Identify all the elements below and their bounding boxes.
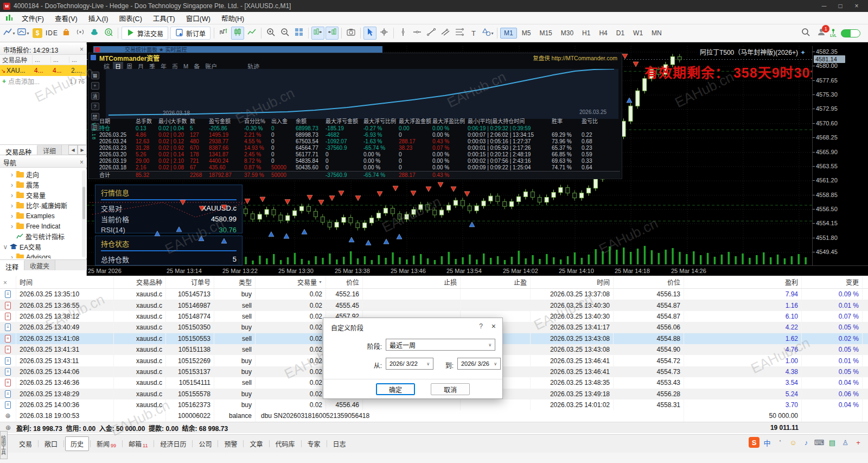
bottom-tab-专家[interactable]: 专家 — [303, 437, 326, 451]
navigator-item-1[interactable]: ›震荡 — [0, 180, 87, 190]
expander-icon[interactable]: › — [9, 223, 15, 230]
navigator-item-0[interactable]: ›走向 — [0, 169, 87, 180]
bottom-tab-新闻[interactable]: 新闻99 — [92, 437, 121, 451]
sort-filter-icon[interactable]: ▼ — [318, 280, 322, 284]
toolbox-icon[interactable]: + — [853, 437, 864, 448]
bottom-tab-公司[interactable]: 公司 — [194, 437, 216, 451]
tile-windows-button[interactable] — [292, 27, 305, 40]
bottom-tab-交易[interactable]: 交易 — [14, 437, 37, 451]
text-tool-button[interactable]: T — [467, 27, 480, 40]
timeframe-H4[interactable]: H4 — [595, 28, 611, 39]
price-axis[interactable]: 4582.354580.004577.654575.304572.954570.… — [812, 46, 868, 265]
auto-scroll-button[interactable] — [311, 27, 324, 40]
deposit-button[interactable]: $ — [31, 27, 44, 40]
ok-button[interactable]: 确定 — [376, 383, 415, 395]
tab-comments[interactable]: 注释 — [0, 260, 24, 270]
history-row[interactable]: ≡2026.03.25 13:36:55xauusd.c105146987sel… — [0, 300, 868, 310]
navigator-item-8[interactable]: ›Advisors — [0, 252, 87, 258]
history-col-8[interactable]: 时间 — [531, 276, 614, 288]
timeframe-W1[interactable]: W1 — [629, 28, 647, 39]
lvl-button[interactable]: LVL — [830, 29, 837, 38]
balance-row[interactable]: ⊕2026.03.18 19:00:53100006022balancedbu … — [0, 410, 868, 421]
maximize-button[interactable]: □ — [832, 2, 848, 10]
history-col-4[interactable]: 交易量▼ — [256, 276, 326, 288]
sogou-logo-icon[interactable]: S — [749, 437, 760, 448]
chart-type-button[interactable]: ▾ — [3, 27, 16, 40]
mtc-side-icon-0[interactable]: ▦ — [91, 72, 99, 79]
copy-trading-button[interactable] — [102, 27, 115, 40]
history-col-9[interactable]: 价位 — [614, 276, 684, 288]
shapes-button[interactable]: ▾ — [481, 27, 494, 40]
screenshot-button[interactable] — [344, 27, 358, 40]
punctuation-icon[interactable]: ’ — [775, 437, 786, 448]
crosshair-button[interactable] — [378, 27, 391, 40]
cursor-button[interactable] — [363, 27, 376, 40]
history-row[interactable]: ≡2026.03.25 14:00:36xauusd.c105162373buy… — [0, 399, 868, 410]
period-select[interactable]: 最近一周∨ — [386, 339, 495, 351]
menu-item-4[interactable]: 工具(T) — [148, 11, 181, 25]
history-col-11[interactable]: 变更 — [802, 276, 863, 288]
tab-symbols[interactable]: 交易品种 — [0, 145, 37, 155]
menu-item-2[interactable]: 插入(I) — [83, 11, 114, 25]
history-close-icon[interactable]: × — [3, 279, 7, 287]
clipboard-icon[interactable]: ▤ — [827, 437, 838, 448]
voice-input-icon[interactable]: ♪ — [801, 437, 812, 448]
zoom-out-button[interactable] — [278, 27, 291, 40]
timeframe-MN[interactable]: MN — [648, 28, 666, 39]
mtc-side-icon-1[interactable]: + — [91, 82, 99, 90]
tab-details[interactable]: 详细 — [37, 145, 62, 155]
zoom-in-button[interactable] — [264, 27, 277, 40]
soft-keyboard-icon[interactable]: ⌨ — [814, 437, 825, 448]
indicator-window-button[interactable]: ▾ — [17, 27, 30, 40]
chart-shift-button[interactable] — [326, 27, 339, 40]
to-date-select[interactable]: 2026/ 3/26∨ — [457, 358, 501, 370]
bottom-tab-代码库[interactable]: 代码库 — [271, 437, 300, 451]
bottom-tab-文章[interactable]: 文章 — [245, 437, 267, 451]
ide-button[interactable]: IDE — [45, 27, 59, 40]
navigator-item-3[interactable]: ›比尔·威廉姆斯 — [0, 200, 87, 211]
history-col-0[interactable]: 时间 — [16, 276, 114, 288]
timeframe-H1[interactable]: H1 — [578, 28, 594, 39]
history-col-10[interactable]: 盈利 — [684, 276, 802, 288]
time-axis[interactable]: 25 Mar 202625 Mar 13:1425 Mar 13:2225 Ma… — [87, 265, 868, 276]
menu-item-6[interactable]: 帮助(H) — [216, 11, 250, 25]
trendline-button[interactable] — [425, 27, 438, 40]
expander-icon[interactable]: › — [9, 192, 15, 199]
market-watch-column-0[interactable]: 交易品种 — [0, 55, 33, 64]
timeframe-M15[interactable]: M15 — [535, 28, 556, 39]
fibonacci-button[interactable] — [453, 27, 466, 40]
cancel-button[interactable]: 取消 — [431, 383, 470, 395]
market-watch-column-2[interactable]: ... — [51, 56, 69, 63]
history-row[interactable]: ≡2026.03.25 13:35:10xauusd.c105145713buy… — [0, 289, 868, 300]
timeframe-M30[interactable]: M30 — [557, 28, 577, 39]
timeframe-D1[interactable]: D1 — [612, 28, 628, 39]
expander-icon[interactable]: › — [9, 181, 15, 189]
navigator-close-icon[interactable]: × — [80, 158, 84, 166]
scrollbar-thumb[interactable] — [82, 187, 85, 219]
history-col-3[interactable]: 类型 — [214, 276, 256, 288]
search-button[interactable] — [799, 27, 812, 40]
account-sync-icon[interactable]: ♙ — [840, 437, 851, 448]
bottom-tab-经济日历[interactable]: 经济日历 — [155, 437, 191, 451]
dialog-close-icon[interactable]: × — [492, 322, 496, 331]
history-col-1[interactable]: 交易品种 — [114, 276, 166, 288]
market-watch-column-1[interactable]: ... — [33, 56, 51, 63]
emoji-picker-icon[interactable]: ☺ — [788, 437, 799, 448]
expander-icon[interactable]: › — [9, 212, 15, 220]
market-button[interactable] — [60, 27, 73, 40]
vertical-line-button[interactable] — [397, 27, 410, 40]
timeframe-M5[interactable]: M5 — [518, 28, 535, 39]
add-symbol-row[interactable]: + 点击添加... 1 / 76 — [0, 76, 87, 86]
horizontal-line-button[interactable] — [411, 27, 424, 40]
candle-chart-button[interactable] — [231, 27, 244, 40]
mtc-side-icon-2[interactable]: 清 — [91, 92, 99, 100]
minimize-button[interactable]: ─ — [816, 2, 832, 10]
line-chart-button[interactable] — [245, 27, 258, 40]
menu-item-3[interactable]: 图表(C) — [113, 11, 147, 25]
expander-icon[interactable]: › — [9, 202, 15, 210]
navigator-item-2[interactable]: ›交易量 — [0, 190, 87, 200]
menu-item-0[interactable]: 文件(F) — [16, 11, 49, 25]
bottom-tab-敞口[interactable]: 敞口 — [40, 437, 62, 451]
expander-icon[interactable]: ∨ — [2, 243, 9, 251]
navigator-item-7[interactable]: ∨EA交易 — [0, 242, 87, 252]
